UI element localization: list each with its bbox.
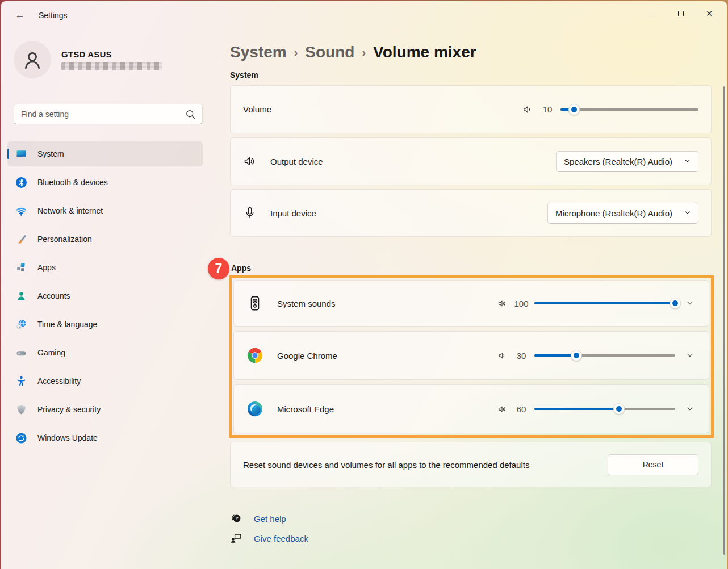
sidebar-item-label: Windows Update xyxy=(37,433,98,442)
output-device-row: Output device Speakers (Realtek(R) Audio… xyxy=(230,137,712,185)
vertical-scrollbar[interactable] xyxy=(723,86,725,555)
speaker-loud-icon xyxy=(243,154,257,168)
sidebar-item-personalization[interactable]: Personalization xyxy=(7,227,203,252)
search-box[interactable] xyxy=(14,104,203,124)
user-email-redacted xyxy=(61,62,162,70)
chevron-down-icon xyxy=(686,352,694,359)
wifi-icon xyxy=(15,205,27,217)
speaker-loud-icon xyxy=(497,404,507,414)
expand-button[interactable] xyxy=(684,403,696,415)
annotation-highlight-box: System sounds 100 Google Chrome 30 xyxy=(229,275,714,438)
expand-button[interactable] xyxy=(684,349,696,362)
sidebar-item-bluetooth-devices[interactable]: Bluetooth & devices xyxy=(7,170,203,195)
input-device-row: Input device Microphone (Realtek(R) Audi… xyxy=(230,189,712,237)
brush-icon xyxy=(15,233,27,245)
sidebar-item-gaming[interactable]: Gaming xyxy=(7,340,203,365)
input-device-dropdown[interactable]: Microphone (Realtek(R) Audio) xyxy=(547,203,698,224)
system-volume-slider[interactable] xyxy=(560,103,698,116)
sidebar-item-system[interactable]: System xyxy=(7,141,203,166)
sidebar-item-apps[interactable]: Apps xyxy=(7,255,203,280)
sidebar-item-label: Personalization xyxy=(37,235,92,244)
privacy-shield-icon xyxy=(15,404,27,416)
slider-thumb[interactable] xyxy=(568,104,580,115)
volume-value: 10 xyxy=(538,104,557,114)
app-volume-value: 100 xyxy=(512,299,531,308)
slider-thumb[interactable] xyxy=(613,403,625,415)
display-icon xyxy=(15,148,27,160)
user-profile[interactable]: GTSD ASUS xyxy=(14,41,162,78)
apps-grid-icon xyxy=(15,262,27,274)
chrome-volume-slider[interactable] xyxy=(534,349,675,362)
apps-section-heading: Apps xyxy=(231,263,712,273)
person-outline-icon xyxy=(21,48,44,71)
app-name: Google Chrome xyxy=(277,351,337,361)
accounts-person-icon xyxy=(15,290,27,302)
sidebar-nav: System Bluetooth & devices Network & int… xyxy=(7,141,203,454)
sidebar-item-windows-update[interactable]: Windows Update xyxy=(7,425,203,450)
close-icon: ✕ xyxy=(706,9,713,18)
windows-update-icon xyxy=(15,432,27,444)
sidebar: GTSD ASUS System Bluetooth & devices Net… xyxy=(1,30,212,569)
page-title: Volume mixer xyxy=(373,43,476,61)
sidebar-item-label: Bluetooth & devices xyxy=(37,178,108,187)
output-device-value: Speakers (Realtek(R) Audio) xyxy=(564,157,672,166)
maximize-icon xyxy=(678,11,684,16)
settings-window: ← Settings ✕ GTSD ASUS Syste xyxy=(1,1,727,569)
output-device-dropdown[interactable]: Speakers (Realtek(R) Audio) xyxy=(556,151,698,172)
reset-button[interactable]: Reset xyxy=(608,454,698,475)
sidebar-item-accounts[interactable]: Accounts xyxy=(7,283,203,308)
sidebar-item-accessibility[interactable]: Accessibility xyxy=(7,369,203,394)
expand-button[interactable] xyxy=(684,297,696,309)
back-button[interactable]: ← xyxy=(9,6,31,24)
sidebar-item-label: System xyxy=(37,149,64,158)
app-volume-value: 30 xyxy=(512,351,531,361)
slider-thumb[interactable] xyxy=(571,350,582,361)
microphone-icon xyxy=(243,206,257,220)
maximize-button[interactable] xyxy=(667,3,695,24)
app-row-system-sounds[interactable]: System sounds 100 xyxy=(233,280,709,327)
edge-volume-slider[interactable] xyxy=(534,403,675,415)
give-feedback-link[interactable]: Give feedback xyxy=(254,534,308,543)
sidebar-item-privacy-security[interactable]: Privacy & security xyxy=(7,397,203,422)
chevron-right-icon: › xyxy=(354,46,373,59)
app-volume-value: 60 xyxy=(512,404,531,414)
selected-accent-pill xyxy=(7,149,9,159)
app-row-microsoft-edge[interactable]: Microsoft Edge 60 xyxy=(233,384,709,433)
sidebar-item-label: Network & internet xyxy=(37,206,103,215)
help-bubble-icon xyxy=(230,512,242,525)
input-device-label: Input device xyxy=(270,208,316,218)
chevron-down-icon xyxy=(686,405,694,413)
sidebar-item-time-language[interactable]: Time & language xyxy=(7,312,203,337)
edge-logo-icon xyxy=(246,400,263,417)
chrome-logo-icon xyxy=(246,347,263,364)
sidebar-item-network-internet[interactable]: Network & internet xyxy=(7,198,203,223)
feedback-person-icon xyxy=(230,532,242,545)
search-input[interactable] xyxy=(21,110,185,119)
slider-thumb[interactable] xyxy=(670,298,681,309)
sidebar-item-label: Privacy & security xyxy=(37,405,101,414)
system-sounds-volume-slider[interactable] xyxy=(534,297,675,309)
globe-clock-icon xyxy=(15,319,27,330)
bluetooth-icon xyxy=(15,177,27,189)
avatar xyxy=(14,41,51,78)
search-icon xyxy=(185,108,196,120)
chevron-right-icon: › xyxy=(287,46,306,59)
window-title: Settings xyxy=(39,1,68,30)
close-button[interactable]: ✕ xyxy=(695,3,723,24)
breadcrumb-sound[interactable]: Sound xyxy=(305,43,354,61)
output-device-label: Output device xyxy=(270,157,323,166)
get-help-link[interactable]: Get help xyxy=(254,514,286,524)
gamepad-icon xyxy=(15,347,27,359)
app-name: System sounds xyxy=(277,299,336,308)
slider-fill xyxy=(534,302,675,304)
slider-track[interactable] xyxy=(560,108,698,111)
minimize-button[interactable] xyxy=(638,3,667,24)
breadcrumb: System › Sound › Volume mixer xyxy=(230,43,712,61)
volume-label: Volume xyxy=(243,104,271,114)
annotation-step-badge: 7 xyxy=(208,258,229,279)
reset-row: Reset sound devices and volumes for all … xyxy=(230,442,712,487)
app-row-google-chrome[interactable]: Google Chrome 30 xyxy=(233,331,709,380)
accessibility-icon xyxy=(15,375,27,387)
slider-fill xyxy=(534,354,576,357)
breadcrumb-system[interactable]: System xyxy=(230,43,287,61)
